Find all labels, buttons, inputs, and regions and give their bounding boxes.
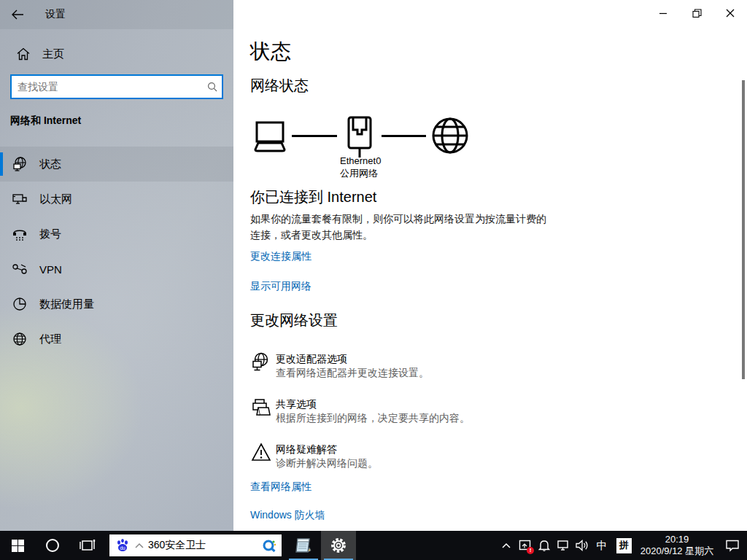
svg-text:du: du xyxy=(120,545,125,551)
item-sharing-options[interactable]: 共享选项 根据所连接到的网络，决定要共享的内容。 xyxy=(250,395,557,430)
close-icon xyxy=(726,9,735,18)
link-view-network-properties[interactable]: 查看网络属性 xyxy=(250,481,311,494)
action-center-button[interactable] xyxy=(718,531,747,560)
minimize-icon xyxy=(659,9,667,18)
scrollbar-thumb[interactable] xyxy=(742,80,745,379)
tray-notification-bell-icon[interactable] xyxy=(535,531,554,560)
task-view-icon xyxy=(80,539,96,552)
data-usage-icon xyxy=(12,296,28,312)
item-change-adapter-options[interactable]: 更改适配器选项 查看网络适配器并更改连接设置。 xyxy=(250,350,557,385)
sidebar-nav: 状态 以太网 xyxy=(0,147,233,357)
chevron-up-icon xyxy=(502,542,511,548)
notepad-taskbar-button[interactable] xyxy=(286,531,321,560)
ethernet-icon xyxy=(12,191,28,207)
item-description: 查看网络适配器并更改连接设置。 xyxy=(276,367,429,380)
speaker-icon xyxy=(575,539,589,552)
adapter-name: Ethernet0 xyxy=(340,155,381,167)
settings-taskbar-button[interactable] xyxy=(321,531,356,560)
ime-language-indicator[interactable]: 中 xyxy=(592,539,612,553)
sidebar-item-proxy[interactable]: 代理 xyxy=(0,322,233,357)
chevron-up-icon[interactable] xyxy=(135,542,144,548)
cortana-button[interactable] xyxy=(35,531,70,560)
dialup-icon xyxy=(12,226,28,242)
sidebar: 设置 主页 网络和 Internet xyxy=(0,0,233,531)
ethernet-network-icon xyxy=(556,539,570,552)
tray-network-icon[interactable] xyxy=(554,531,573,560)
action-center-icon xyxy=(725,539,740,552)
ethernet-adapter-icon xyxy=(343,115,376,159)
home-label: 主页 xyxy=(42,47,64,61)
bell-icon xyxy=(538,539,550,552)
item-description: 根据所连接到的网络，决定要共享的内容。 xyxy=(276,412,470,425)
sidebar-item-home[interactable]: 主页 xyxy=(0,39,233,69)
ime-mode-indicator[interactable]: 拼 xyxy=(616,538,632,553)
item-description: 诊断并解决网络问题。 xyxy=(276,457,378,470)
taskbar-clock[interactable]: 20:19 2020/9/12 星期六 xyxy=(636,534,718,557)
alert-badge: ! xyxy=(527,547,534,554)
task-view-button[interactable] xyxy=(70,531,105,560)
item-network-troubleshooter[interactable]: 网络疑难解答 诊断并解决网络问题。 xyxy=(250,440,557,475)
item-title: 网络疑难解答 xyxy=(276,443,337,456)
vpn-icon xyxy=(12,261,28,277)
link-change-connection-properties[interactable]: 更改连接属性 xyxy=(250,250,311,263)
selected-accent-bar xyxy=(0,152,3,176)
connected-heading: 你已连接到 Internet xyxy=(250,187,376,207)
gear-icon xyxy=(330,537,347,554)
tray-security-alert-icon[interactable]: ! xyxy=(516,531,535,560)
clock-time: 20:19 xyxy=(636,534,718,545)
360-search-icon[interactable] xyxy=(262,538,276,553)
baidu-icon: du xyxy=(115,538,130,553)
sidebar-section-header: 网络和 Internet xyxy=(10,114,81,128)
search-input[interactable] xyxy=(12,81,203,93)
sidebar-item-data-usage[interactable]: 数据使用量 xyxy=(0,287,233,322)
page-title: 状态 xyxy=(250,38,291,66)
clock-date: 2020/9/12 星期六 xyxy=(636,545,718,557)
taskbar-search-text: 360安全卫士 xyxy=(148,539,262,552)
status-icon xyxy=(12,156,28,172)
internet-globe-icon xyxy=(431,117,469,155)
proxy-icon xyxy=(12,331,28,347)
back-button[interactable] xyxy=(0,2,35,27)
window-titlebar: 设置 xyxy=(0,0,233,29)
diagram-connector-line xyxy=(292,135,337,137)
notepad-icon xyxy=(294,536,313,555)
restore-button[interactable] xyxy=(680,0,713,26)
close-button[interactable] xyxy=(713,0,747,26)
network-type: 公用网络 xyxy=(340,167,378,179)
system-tray: ! 中 xyxy=(497,531,747,560)
sidebar-item-dialup[interactable]: 拨号 xyxy=(0,217,233,252)
sharing-options-icon xyxy=(251,397,271,418)
troubleshoot-warning-icon xyxy=(251,443,271,462)
item-title: 更改适配器选项 xyxy=(276,353,347,366)
sidebar-item-vpn[interactable]: VPN xyxy=(0,252,233,287)
link-show-available-networks[interactable]: 显示可用网络 xyxy=(250,280,311,293)
sidebar-item-label: 状态 xyxy=(39,158,61,171)
sidebar-item-status[interactable]: 状态 xyxy=(0,147,233,182)
search-icon[interactable] xyxy=(203,82,222,92)
restore-icon xyxy=(692,9,702,18)
window-controls xyxy=(646,0,747,26)
tray-chevron-button[interactable] xyxy=(497,531,516,560)
cortana-circle-icon xyxy=(45,538,60,553)
minimize-button[interactable] xyxy=(646,0,680,26)
home-icon xyxy=(16,47,31,61)
item-title: 共享选项 xyxy=(276,398,317,411)
windows-logo-icon xyxy=(12,540,24,552)
sidebar-item-ethernet[interactable]: 以太网 xyxy=(0,182,233,217)
taskbar-search-box[interactable]: du 360安全卫士 xyxy=(109,534,282,556)
taskbar: du 360安全卫士 xyxy=(0,531,747,560)
diagram-connector-line xyxy=(382,135,426,137)
start-button[interactable] xyxy=(0,531,35,560)
connected-description: 如果你的流量套餐有限制，则你可以将此网络设置为按流量计费的连接，或者更改其他属性… xyxy=(250,211,555,243)
window-title: 设置 xyxy=(45,8,66,21)
settings-window: 设置 主页 网络和 Internet xyxy=(0,0,747,531)
back-arrow-icon xyxy=(11,9,24,20)
settings-search-box[interactable] xyxy=(10,74,223,99)
network-status-heading: 网络状态 xyxy=(250,76,309,96)
main-content: 状态 网络状态 xyxy=(233,0,747,531)
screen: 设置 主页 网络和 Internet xyxy=(0,0,747,560)
adapter-options-icon xyxy=(251,352,270,373)
laptop-icon xyxy=(251,120,289,152)
tray-volume-icon[interactable] xyxy=(573,531,592,560)
link-windows-firewall[interactable]: Windows 防火墙 xyxy=(250,509,325,522)
